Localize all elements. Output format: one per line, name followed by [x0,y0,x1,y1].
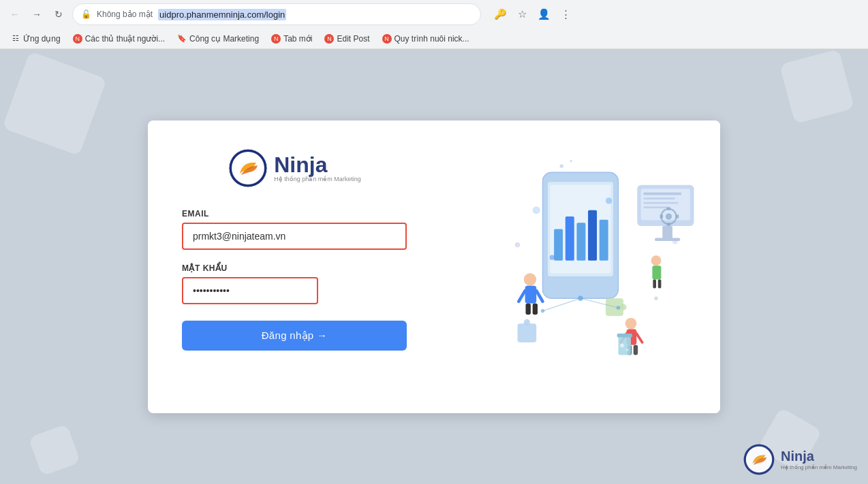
back-button[interactable]: ← [5,5,25,24]
toolbar-icons: 🔑 ☆ 👤 ⋮ [491,5,575,24]
svg-point-45 [559,164,563,168]
svg-line-16 [536,291,542,302]
svg-rect-28 [658,279,662,288]
watermark-subtitle: Hệ thống phần mềm Marketing [781,464,857,470]
svg-point-53 [541,308,545,312]
quytrinh-icon: N [382,34,392,44]
apps-icon: ☷ [11,34,20,44]
svg-rect-36 [644,206,669,208]
editpost-icon: N [324,34,334,44]
tabnew-icon: N [271,34,281,44]
bookmark-marketing[interactable]: 🔖 Công cụ Marketing [172,32,264,46]
svg-rect-57 [667,207,671,210]
email-input[interactable] [182,223,407,250]
svg-line-15 [518,291,525,302]
svg-rect-9 [600,219,608,260]
svg-rect-58 [667,223,671,226]
svg-rect-14 [525,285,537,303]
bookmark-star-button[interactable]: ☆ [512,5,531,24]
svg-line-50 [543,298,581,311]
svg-point-48 [515,242,520,246]
email-label: EMAIL [182,209,407,219]
svg-point-38 [524,319,530,325]
face-icon: N [73,34,82,44]
svg-point-13 [524,273,537,286]
ninja-logo: Ninja Hệ thống phần mềm Marketing [228,148,361,189]
page-background: Ninja Hệ thống phần mềm Marketing EMAIL … [0,49,868,484]
svg-point-43 [620,343,624,347]
bookmark-tricks[interactable]: N Các thủ thuật người... [67,32,170,46]
svg-rect-27 [653,279,656,288]
svg-point-46 [570,159,572,162]
svg-rect-31 [662,225,672,238]
svg-rect-35 [644,201,679,204]
svg-point-54 [617,306,621,310]
svg-point-56 [666,213,672,219]
watermark-text: Ninja Hệ thống phần mềm Marketing [781,449,857,470]
svg-point-44 [626,349,629,351]
login-illustration-panel [441,120,720,413]
deco-shape-bottomleft [29,424,81,477]
svg-point-25 [651,255,662,265]
ninja-logo-icon [228,148,268,189]
bookmark-tabnew[interactable]: N Tab mới [266,32,317,46]
svg-point-11 [606,197,612,204]
menu-button[interactable]: ⋮ [556,5,575,24]
deco-shape-topright [779,49,854,124]
svg-rect-60 [676,214,679,219]
lock-icon: 🔓 [81,10,91,19]
browser-toolbar: ← → ↻ 🔓 Không bảo mật uidpro.phanmemninj… [0,0,868,29]
login-card: Ninja Hệ thống phần mềm Marketing EMAIL … [148,120,720,413]
browser-chrome: ← → ↻ 🔓 Không bảo mật uidpro.phanmemninj… [0,0,868,49]
svg-point-49 [672,239,677,244]
svg-point-10 [550,255,555,259]
email-field-group: EMAIL [182,209,407,250]
svg-rect-33 [644,192,682,195]
svg-rect-42 [617,334,632,338]
login-illustration [441,120,720,413]
svg-point-12 [533,206,540,214]
svg-point-40 [620,304,626,310]
svg-point-47 [654,296,658,300]
svg-rect-18 [533,303,538,314]
profile-button[interactable]: 👤 [534,5,553,24]
svg-line-22 [636,334,642,342]
ninja-brand-text: Ninja [274,154,361,176]
key-icon-button[interactable]: 🔑 [491,5,510,24]
login-button[interactable]: Đăng nhập → [182,321,407,351]
logo-area: Ninja Hệ thống phần mềm Marketing [182,148,407,189]
watermark: Ninja Hệ thống phần mềm Marketing [743,443,857,476]
address-bar-container[interactable]: 🔓 Không bảo mật uidpro.phanmemninja.com/… [72,3,481,25]
deco-shape-topleft [2,51,107,156]
bookmark-apps[interactable]: ☷ Ứng dụng [5,32,66,46]
svg-rect-7 [576,223,585,261]
bookmark-editpost-label: Edit Post [337,34,369,44]
forward-button[interactable]: → [27,5,46,24]
bookmark-editpost[interactable]: N Edit Post [319,32,375,46]
logo-text-area: Ninja Hệ thống phần mềm Marketing [274,154,361,182]
security-label: Không bảo mật [97,10,153,19]
login-form-panel: Ninja Hệ thống phần mềm Marketing EMAIL … [148,120,441,413]
marketing-bookmark-icon: 🔖 [177,34,187,44]
svg-rect-59 [660,214,664,219]
bookmark-marketing-label: Công cụ Marketing [189,34,259,44]
bookmark-quytrinh-label: Quy trình nuôi nick... [394,34,469,44]
svg-point-19 [625,317,637,329]
svg-rect-24 [634,344,638,355]
url-text[interactable]: uidpro.phanmemninja.com/login [158,9,286,20]
password-field-group: MẬT KHẨU [182,263,407,304]
form-section: EMAIL MẬT KHẨU Đăng nhập → [182,209,407,351]
ninja-subtitle-text: Hệ thống phần mềm Marketing [274,176,361,182]
refresh-button[interactable]: ↻ [49,5,68,24]
bookmark-apps-label: Ứng dụng [23,34,61,44]
nav-buttons: ← → ↻ [5,5,68,24]
watermark-brand: Ninja [781,449,857,464]
bookmark-tabnew-label: Tab mới [283,34,312,44]
svg-rect-5 [554,229,563,260]
svg-rect-37 [518,323,537,342]
bookmark-tricks-label: Các thủ thuật người... [85,34,165,44]
svg-rect-8 [588,210,597,260]
password-label: MẬT KHẨU [182,263,407,273]
bookmark-quytrinh[interactable]: N Quy trình nuôi nick... [377,32,475,46]
password-input[interactable] [182,277,318,304]
